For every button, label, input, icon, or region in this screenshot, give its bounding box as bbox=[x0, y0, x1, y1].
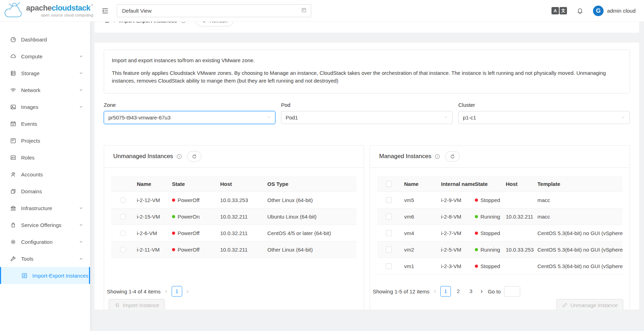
row-checkbox[interactable] bbox=[386, 230, 392, 236]
status-dot bbox=[475, 248, 478, 251]
status-dot bbox=[172, 199, 175, 202]
cloud-icon bbox=[10, 53, 17, 60]
column-header: OS Type bbox=[267, 181, 357, 187]
chevron-down-icon bbox=[79, 71, 83, 75]
chevron-down-icon bbox=[79, 223, 83, 227]
unmanaged-table-body: i-2-12-VM PowerOff 10.0.33.253 Other Lin… bbox=[111, 192, 357, 258]
zone-select[interactable]: pr5075-t943-vmware-67u3 bbox=[104, 111, 275, 124]
next-page-icon[interactable] bbox=[479, 289, 484, 294]
info-icon[interactable] bbox=[176, 154, 182, 160]
row-radio[interactable] bbox=[120, 197, 126, 203]
roles-icon bbox=[10, 154, 17, 161]
prev-page-icon[interactable] bbox=[433, 289, 437, 294]
language-icon[interactable]: A 文 bbox=[551, 7, 567, 14]
instance-name: vm4 bbox=[404, 230, 441, 236]
showing-items-text: Showing 1-4 of 4 items bbox=[107, 288, 161, 294]
notifications-bell-icon[interactable] bbox=[576, 7, 584, 15]
instance-state: Stopped bbox=[475, 263, 506, 269]
instance-state: Running bbox=[475, 214, 506, 220]
avatar[interactable]: G bbox=[593, 6, 604, 16]
table-row: vm2 i-2-5-VM Running 10.0.33.253 CentOS … bbox=[377, 241, 623, 258]
row-checkbox[interactable] bbox=[386, 263, 392, 269]
import-instance-button[interactable]: Import Instance bbox=[109, 299, 165, 310]
menu-fold-icon[interactable] bbox=[101, 7, 109, 15]
sidebar-item-domains[interactable]: Domains bbox=[0, 183, 90, 200]
table-row: i-2-11-VM PowerOff 10.0.32.211 Other Lin… bbox=[111, 241, 357, 258]
sidebar-item-dashboard[interactable]: Dashboard bbox=[0, 31, 90, 48]
status-dot bbox=[475, 265, 478, 268]
sidebar-item-infrastructure[interactable]: Infrastructure bbox=[0, 200, 90, 216]
zone-select-value: pr5075-t943-vmware-67u3 bbox=[108, 115, 171, 121]
instance-template: CentOS 5.3(64-bit) no GUI (vSphere) bbox=[537, 230, 623, 236]
view-selector[interactable]: Default View bbox=[117, 4, 311, 17]
table-row: vm4 i-2-7-VM Stopped CentOS 5.3(64-bit) … bbox=[377, 225, 623, 241]
sidebar-item-storage[interactable]: Storage bbox=[0, 65, 90, 82]
instance-name: i-2-15-VM bbox=[137, 214, 172, 220]
status-dot bbox=[172, 232, 175, 235]
row-radio[interactable] bbox=[120, 247, 126, 253]
sidebar-item-roles[interactable]: Roles bbox=[0, 149, 90, 166]
status-dot bbox=[475, 199, 478, 202]
managed-pagination: Showing 1-5 of 12 items 123 Go to bbox=[373, 286, 520, 297]
page-button[interactable]: 2 bbox=[453, 286, 464, 297]
info-icon[interactable] bbox=[434, 154, 440, 160]
sidebar-item-configuration[interactable]: Configuration bbox=[0, 233, 90, 250]
row-checkbox[interactable] bbox=[386, 214, 392, 220]
row-radio[interactable] bbox=[120, 214, 126, 220]
status-dot bbox=[475, 215, 478, 218]
chevron-down-icon bbox=[79, 240, 83, 244]
pod-filter: Pod Pod1 bbox=[281, 102, 453, 124]
page-button[interactable]: 3 bbox=[466, 286, 476, 297]
top-header: apachecloudstack™ open source cloud comp… bbox=[0, 0, 644, 22]
chevron-down-icon bbox=[444, 115, 448, 121]
user-menu[interactable]: G admin cloud bbox=[593, 6, 636, 16]
pod-select[interactable]: Pod1 bbox=[281, 111, 453, 124]
table-row: i-2-15-VM PowerOn 10.0.32.211 Ubuntu Lin… bbox=[111, 208, 357, 225]
sidebar-item-projects[interactable]: Projects bbox=[0, 132, 90, 149]
column-header: Name bbox=[137, 181, 172, 187]
sidebar-item-compute[interactable]: Compute bbox=[0, 48, 90, 65]
sidebar-item-accounts[interactable]: Accounts bbox=[0, 166, 90, 183]
sidebar-item-events[interactable]: Events bbox=[0, 115, 90, 132]
chevron-down-icon bbox=[79, 88, 83, 92]
instance-os: Other Linux (64-bit) bbox=[267, 197, 357, 203]
showing-items-text: Showing 1-5 of 12 items bbox=[373, 288, 429, 294]
instance-internal-name: i-2-5-VM bbox=[441, 247, 475, 253]
unmanaged-refresh-button[interactable] bbox=[187, 151, 202, 162]
table-row: vm6 i-2-8-VM Running 10.0.32.211 macc bbox=[377, 208, 623, 225]
goto-page-input[interactable] bbox=[504, 286, 520, 297]
instance-host: 10.0.32.211 bbox=[220, 230, 267, 236]
select-all-checkbox[interactable] bbox=[386, 181, 392, 187]
page-button[interactable]: 1 bbox=[172, 286, 182, 297]
page-button[interactable]: 1 bbox=[440, 286, 451, 297]
sidebar-item-service-offerings[interactable]: Service Offerings bbox=[0, 216, 90, 233]
sidebar-item-network[interactable]: Network bbox=[0, 82, 90, 98]
cluster-select[interactable]: p1-c1 bbox=[458, 111, 630, 124]
description-line1: Import and export instances to/from an e… bbox=[112, 57, 622, 64]
unmanage-instance-button[interactable]: Unmanage Instance bbox=[556, 299, 623, 310]
instance-state: Stopped bbox=[475, 230, 506, 236]
managed-refresh-button[interactable] bbox=[445, 151, 460, 162]
sidebar-item-images[interactable]: Images bbox=[0, 98, 90, 115]
sidebar-item-tools[interactable]: Tools bbox=[0, 250, 90, 267]
instance-template: macc bbox=[537, 214, 623, 220]
instance-name: i-2-12-VM bbox=[137, 197, 172, 203]
tools-icon bbox=[10, 255, 17, 262]
project-view-icon bbox=[301, 7, 307, 14]
row-radio[interactable] bbox=[120, 230, 126, 236]
column-header: Name bbox=[404, 181, 441, 187]
cloudmonkey-logo-icon bbox=[3, 1, 25, 21]
instance-host: 10.0.32.211 bbox=[220, 214, 267, 220]
row-checkbox[interactable] bbox=[386, 247, 392, 253]
unmanaged-instances-card: Unmanaged Instances bbox=[104, 145, 364, 310]
prev-page-icon[interactable] bbox=[164, 289, 168, 294]
instance-name: vm1 bbox=[404, 263, 441, 269]
column-header: State bbox=[475, 181, 506, 187]
view-selector-value: Default View bbox=[122, 8, 152, 14]
table-row: vm1 i-2-3-VM Stopped CentOS 5.3(64-bit) … bbox=[377, 258, 623, 274]
import-instance-label: Import Instance bbox=[123, 302, 159, 308]
sidebar-item-import-export-instances[interactable]: Import-Export Instances bbox=[0, 267, 90, 284]
row-checkbox[interactable] bbox=[386, 197, 392, 203]
instance-internal-name: i-2-9-VM bbox=[441, 197, 475, 203]
next-page-icon[interactable] bbox=[185, 289, 190, 294]
